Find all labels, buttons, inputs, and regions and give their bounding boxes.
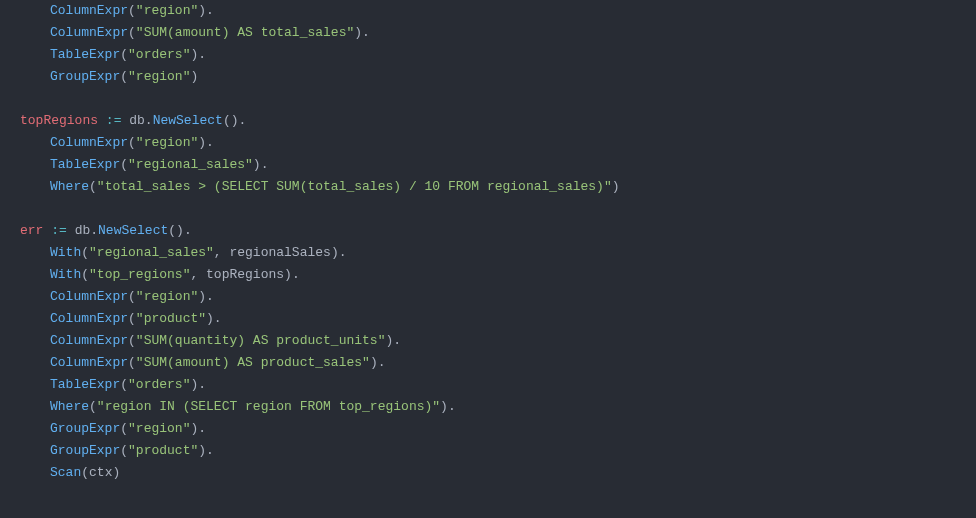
token-var: ctx <box>89 465 112 480</box>
token-method: Where <box>50 179 89 194</box>
token-paren: ) <box>612 179 620 194</box>
token-paren: ( <box>120 157 128 172</box>
token-method: ColumnExpr <box>50 25 128 40</box>
code-line[interactable]: GroupExpr("product"). <box>20 440 976 462</box>
token-method: TableExpr <box>50 47 120 62</box>
token-dot: . <box>292 267 300 282</box>
token-dot: . <box>378 355 386 370</box>
code-line[interactable]: Where("total_sales > (SELECT SUM(total_s… <box>20 176 976 198</box>
token-dot: . <box>198 421 206 436</box>
token-paren: ) <box>440 399 448 414</box>
code-line[interactable]: ColumnExpr("region"). <box>20 286 976 308</box>
token-var: , topRegions <box>190 267 284 282</box>
token-method: NewSelect <box>153 113 223 128</box>
token-dot: . <box>206 135 214 150</box>
token-paren: ( <box>81 465 89 480</box>
token-dot: . <box>145 113 153 128</box>
token-paren: () <box>168 223 184 238</box>
token-paren: ( <box>120 421 128 436</box>
token-op: := <box>106 113 122 128</box>
token-paren: ) <box>370 355 378 370</box>
token-dot: . <box>238 113 246 128</box>
token-dot: . <box>90 223 98 238</box>
token-string: "product" <box>136 311 206 326</box>
token-var: db <box>67 223 90 238</box>
token-paren: () <box>223 113 239 128</box>
token-method: ColumnExpr <box>50 135 128 150</box>
token-method: TableExpr <box>50 157 120 172</box>
token-string: "region" <box>128 421 190 436</box>
code-line[interactable]: With("regional_sales", regionalSales). <box>20 242 976 264</box>
token-paren: ( <box>128 25 136 40</box>
token-paren: ( <box>128 355 136 370</box>
token-paren: ) <box>112 465 120 480</box>
token-var: db <box>121 113 144 128</box>
token-dot: . <box>339 245 347 260</box>
token-paren: ( <box>120 69 128 84</box>
code-line[interactable]: ColumnExpr("region"). <box>20 0 976 22</box>
token-method: ColumnExpr <box>50 355 128 370</box>
token-paren: ) <box>253 157 261 172</box>
token-string: "region IN (SELECT region FROM top_regio… <box>97 399 440 414</box>
token-string: "top_regions" <box>89 267 190 282</box>
code-line[interactable]: Scan(ctx) <box>20 462 976 484</box>
token-string: "region" <box>136 3 198 18</box>
token-method: NewSelect <box>98 223 168 238</box>
code-line[interactable]: GroupExpr("region") <box>20 66 976 88</box>
token-string: "SUM(quantity) AS product_units" <box>136 333 386 348</box>
code-line[interactable]: Where("region IN (SELECT region FROM top… <box>20 396 976 418</box>
token-var: , regionalSales <box>214 245 331 260</box>
code-line[interactable]: err := db.NewSelect(). <box>20 220 976 242</box>
token-method: ColumnExpr <box>50 289 128 304</box>
token-paren: ( <box>120 443 128 458</box>
code-line[interactable]: ColumnExpr("product"). <box>20 308 976 330</box>
code-block[interactable]: ColumnExpr("region").ColumnExpr("SUM(amo… <box>20 0 976 484</box>
token-string: "SUM(amount) AS total_sales" <box>136 25 354 40</box>
token-method: ColumnExpr <box>50 3 128 18</box>
token-paren: ) <box>198 3 206 18</box>
token-op: := <box>51 223 67 238</box>
token-string: "regional_sales" <box>89 245 214 260</box>
token-paren: ( <box>128 289 136 304</box>
code-line[interactable]: ColumnExpr("SUM(amount) AS product_sales… <box>20 352 976 374</box>
token-paren: ( <box>128 3 136 18</box>
token-dot: . <box>206 3 214 18</box>
token-dot: . <box>261 157 269 172</box>
token-paren: ( <box>81 245 89 260</box>
token-string: "region" <box>136 289 198 304</box>
token-string: "SUM(amount) AS product_sales" <box>136 355 370 370</box>
token-paren: ) <box>198 443 206 458</box>
token-method: ColumnExpr <box>50 311 128 326</box>
token-string: "regional_sales" <box>128 157 253 172</box>
token-method: GroupExpr <box>50 443 120 458</box>
token-string: "orders" <box>128 47 190 62</box>
token-dot: . <box>206 289 214 304</box>
code-line[interactable]: ColumnExpr("SUM(quantity) AS product_uni… <box>20 330 976 352</box>
token-dot: . <box>184 223 192 238</box>
code-line[interactable]: TableExpr("orders"). <box>20 374 976 396</box>
token-paren: ) <box>206 311 214 326</box>
token-var <box>98 113 106 128</box>
token-string: "region" <box>136 135 198 150</box>
code-line[interactable]: ColumnExpr("SUM(amount) AS total_sales")… <box>20 22 976 44</box>
token-dot: . <box>198 377 206 392</box>
code-line[interactable] <box>20 198 976 220</box>
code-line[interactable]: ColumnExpr("region"). <box>20 132 976 154</box>
code-line[interactable]: topRegions := db.NewSelect(). <box>20 110 976 132</box>
token-dot: . <box>214 311 222 326</box>
token-method: TableExpr <box>50 377 120 392</box>
token-string: "orders" <box>128 377 190 392</box>
code-line[interactable]: With("top_regions", topRegions). <box>20 264 976 286</box>
code-line[interactable]: GroupExpr("region"). <box>20 418 976 440</box>
token-method: With <box>50 267 81 282</box>
code-line[interactable]: TableExpr("regional_sales"). <box>20 154 976 176</box>
code-line[interactable]: TableExpr("orders"). <box>20 44 976 66</box>
token-method: GroupExpr <box>50 421 120 436</box>
token-string: "product" <box>128 443 198 458</box>
token-string: "total_sales > (SELECT SUM(total_sales) … <box>97 179 612 194</box>
token-ident: topRegions <box>20 113 98 128</box>
token-paren: ) <box>354 25 362 40</box>
token-string: "region" <box>128 69 190 84</box>
code-line[interactable] <box>20 88 976 110</box>
token-method: With <box>50 245 81 260</box>
